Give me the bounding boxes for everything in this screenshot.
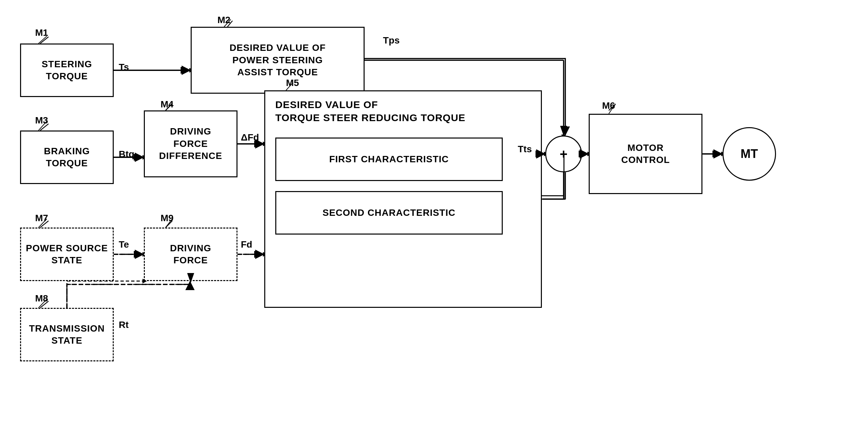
- label-m2: M2: [217, 15, 230, 25]
- desired-value-psa-label: DESIRED VALUE OFPOWER STEERINGASSIST TOR…: [229, 42, 326, 78]
- label-m9: M9: [160, 213, 174, 224]
- label-m5: M5: [286, 78, 299, 88]
- desired-value-tsr-block: DESIRED VALUE OFTORQUE STEER REDUCING TO…: [264, 90, 542, 308]
- desired-value-tsr-label: DESIRED VALUE OFTORQUE STEER REDUCING TO…: [275, 98, 466, 124]
- desired-value-psa-block: DESIRED VALUE OFPOWER STEERINGASSIST TOR…: [191, 27, 365, 94]
- braking-torque-label: BRAKINGTORQUE: [44, 145, 90, 170]
- transmission-state-label: TRANSMISSIONSTATE: [29, 323, 105, 347]
- label-m3: M3: [35, 115, 48, 126]
- label-m4: M4: [160, 99, 174, 110]
- motor-control-block: MOTORCONTROL: [589, 114, 703, 194]
- power-source-state-block: POWER SOURCESTATE: [20, 228, 114, 281]
- braking-torque-block: BRAKINGTORQUE: [20, 130, 114, 184]
- label-m7: M7: [35, 213, 48, 224]
- label-m8: M8: [35, 293, 48, 304]
- first-characteristic-label: FIRST CHARACTERISTIC: [329, 153, 449, 165]
- driving-force-diff-label: DRIVINGFORCEDIFFERENCE: [159, 125, 222, 162]
- mt-circle: MT: [722, 127, 776, 181]
- motor-control-label: MOTORCONTROL: [621, 142, 670, 166]
- label-te: Te: [119, 239, 129, 250]
- mt-label: MT: [741, 147, 758, 161]
- label-tps: Tps: [383, 35, 400, 46]
- driving-force-label: DRIVINGFORCE: [170, 242, 211, 267]
- second-characteristic-label: SECOND CHARACTERISTIC: [322, 207, 455, 219]
- transmission-state-block: TRANSMISSIONSTATE: [20, 308, 114, 361]
- label-m1: M1: [35, 27, 48, 38]
- sum-symbol: +: [560, 147, 567, 162]
- label-btq: Btq: [119, 149, 134, 159]
- steering-torque-label: STEERING TORQUE: [21, 58, 113, 83]
- label-deltafd: ΔFd: [241, 132, 259, 143]
- sum-circle: +: [545, 136, 582, 172]
- label-fd: Fd: [241, 239, 252, 250]
- driving-force-diff-block: DRIVINGFORCEDIFFERENCE: [144, 110, 238, 177]
- label-ts: Ts: [119, 62, 129, 72]
- driving-force-block: DRIVINGFORCE: [144, 228, 238, 281]
- block-diagram: STEERING TORQUE BRAKINGTORQUE DESIRED VA…: [0, 0, 868, 438]
- power-source-state-label: POWER SOURCESTATE: [26, 242, 108, 267]
- first-characteristic-block: FIRST CHARACTERISTIC: [275, 138, 503, 181]
- label-rt: Rt: [119, 320, 129, 330]
- second-characteristic-block: SECOND CHARACTERISTIC: [275, 191, 503, 235]
- label-m6: M6: [602, 100, 615, 111]
- steering-torque-block: STEERING TORQUE: [20, 43, 114, 97]
- label-tts: Tts: [518, 144, 532, 154]
